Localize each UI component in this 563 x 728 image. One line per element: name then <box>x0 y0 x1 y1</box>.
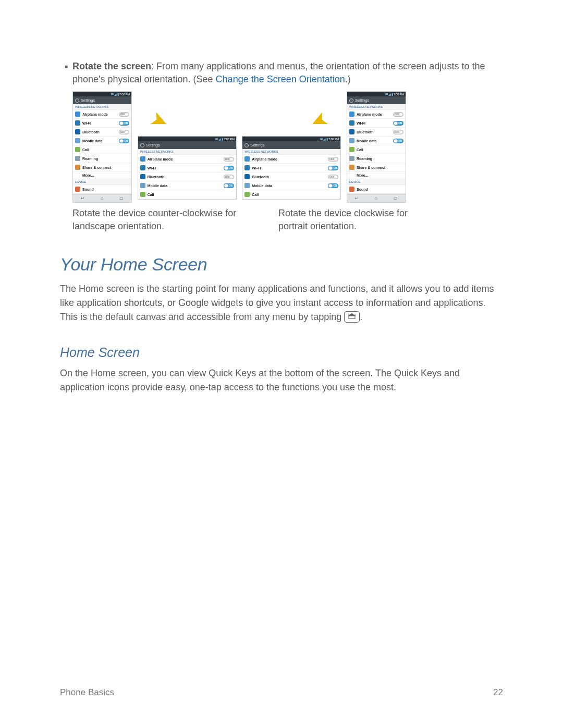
toggle-mobile[interactable] <box>119 139 129 143</box>
row-sound[interactable]: Sound <box>73 185 131 194</box>
row-label: Call <box>252 193 259 196</box>
row-wifi[interactable]: Wi-Fi <box>242 164 340 172</box>
phone-landscape-right: ⇄ ◢ ▮ 7:00 PM Settings WIRELESS NETWORKS… <box>242 136 341 200</box>
row-mobile-data[interactable]: Mobile data <box>73 137 131 145</box>
status-time: 7:00 PM <box>328 138 339 141</box>
phone-portrait-left: ⇄ ◢ ▮ 7:00 PM Settings WIRELESS NETWORKS… <box>72 91 132 203</box>
row-label: Roaming <box>82 157 98 161</box>
row-bluetooth[interactable]: Bluetooth <box>347 128 406 137</box>
section-header-wireless: WIRELESS NETWORKS <box>347 104 406 110</box>
row-airplane[interactable]: Airplane mode <box>138 155 236 164</box>
row-more[interactable]: More... <box>73 172 131 179</box>
row-label: Wi-Fi <box>148 166 156 170</box>
toggle-airplane[interactable] <box>119 112 129 117</box>
row-call[interactable]: Call <box>138 190 236 199</box>
illustration-captions: Rotate the device counter-clockwise for … <box>72 207 417 232</box>
row-share[interactable]: Share & connect <box>347 163 406 172</box>
mobile-data-icon <box>140 183 145 188</box>
row-call[interactable]: Call <box>73 145 131 154</box>
nav-bar: ↩ ⌂ ▭ <box>73 194 131 202</box>
gear-icon <box>244 143 249 147</box>
row-label: Airplane mode <box>82 113 108 116</box>
toggle-wifi[interactable] <box>393 121 403 126</box>
back-icon[interactable]: ↩ <box>355 196 359 201</box>
call-icon <box>75 147 80 152</box>
bluetooth-icon <box>244 174 250 179</box>
roaming-icon <box>349 156 354 161</box>
row-airplane[interactable]: Airplane mode <box>73 110 131 119</box>
row-call[interactable]: Call <box>347 145 406 154</box>
sound-icon <box>75 187 80 192</box>
heading-your-home-screen: Your Home Screen <box>60 254 503 275</box>
para-home-intro: The Home screen is the starting point fo… <box>60 282 503 324</box>
row-sound[interactable]: Sound <box>347 185 406 194</box>
row-label: Roaming <box>357 157 372 161</box>
footer-section: Phone Basics <box>60 687 114 698</box>
row-label: Mobile data <box>357 139 377 143</box>
row-label: Bluetooth <box>252 175 269 179</box>
row-airplane[interactable]: Airplane mode <box>347 110 406 119</box>
row-mobile-data[interactable]: Mobile data <box>347 137 406 145</box>
toggle-mobile[interactable] <box>393 139 403 143</box>
toggle-bluetooth[interactable] <box>119 130 129 134</box>
bullet-lead: Rotate the screen <box>72 61 151 71</box>
gear-icon <box>349 98 353 103</box>
row-label: Call <box>82 148 89 152</box>
call-icon <box>140 192 145 197</box>
row-label: Sound <box>357 188 368 191</box>
row-mobile-data[interactable]: Mobile data <box>242 181 340 190</box>
share-icon <box>349 165 354 170</box>
toggle-wifi[interactable] <box>328 166 338 170</box>
row-share[interactable]: Share & connect <box>73 163 131 172</box>
footer-page-number: 22 <box>493 687 503 698</box>
section-header-wireless: WIRELESS NETWORKS <box>138 149 236 155</box>
back-icon[interactable]: ↩ <box>81 196 84 201</box>
row-roaming[interactable]: Roaming <box>73 154 131 163</box>
toggle-bluetooth[interactable] <box>328 175 338 179</box>
toggle-bluetooth[interactable] <box>393 130 403 134</box>
toggle-airplane[interactable] <box>393 112 403 117</box>
home-icon[interactable]: ⌂ <box>375 196 377 201</box>
toggle-airplane[interactable] <box>328 157 338 162</box>
gear-icon <box>75 98 79 103</box>
toggle-mobile[interactable] <box>328 183 338 188</box>
bluetooth-icon <box>75 129 80 134</box>
toggle-bluetooth[interactable] <box>224 175 234 179</box>
mobile-data-icon <box>349 138 354 143</box>
row-airplane[interactable]: Airplane mode <box>242 155 340 164</box>
recent-icon[interactable]: ▭ <box>119 196 124 201</box>
wifi-icon <box>75 120 80 126</box>
home-key-icon <box>344 311 360 323</box>
row-call[interactable]: Call <box>242 190 340 199</box>
toggle-airplane[interactable] <box>224 157 234 162</box>
row-label: Wi-Fi <box>252 166 261 170</box>
row-label: Mobile data <box>252 184 272 188</box>
mobile-data-icon <box>244 183 250 188</box>
bullet-marker: ■ <box>60 60 72 86</box>
toggle-wifi[interactable] <box>119 121 129 126</box>
toggle-wifi[interactable] <box>224 166 234 170</box>
caption-left: Rotate the device counter-clockwise for … <box>72 207 278 232</box>
row-bluetooth[interactable]: Bluetooth <box>138 172 236 181</box>
row-label: Bluetooth <box>148 175 165 179</box>
wifi-icon <box>140 165 145 170</box>
row-label: Wi-Fi <box>82 121 91 125</box>
call-icon <box>349 147 354 152</box>
row-wifi[interactable]: Wi-Fi <box>73 119 131 128</box>
row-label: Airplane mode <box>357 113 382 116</box>
toggle-mobile[interactable] <box>224 183 234 188</box>
bullet-rotate-screen: ■ Rotate the screen: From many applicati… <box>60 60 503 86</box>
row-more[interactable]: More... <box>347 172 406 179</box>
heading-home-screen: Home Screen <box>60 345 503 360</box>
row-bluetooth[interactable]: Bluetooth <box>73 128 131 137</box>
row-wifi[interactable]: Wi-Fi <box>138 164 236 172</box>
row-label: Bluetooth <box>357 130 374 134</box>
sound-icon <box>349 187 354 192</box>
row-wifi[interactable]: Wi-Fi <box>347 119 406 128</box>
row-bluetooth[interactable]: Bluetooth <box>242 172 340 181</box>
recent-icon[interactable]: ▭ <box>394 196 398 201</box>
home-icon[interactable]: ⌂ <box>101 196 103 201</box>
row-roaming[interactable]: Roaming <box>347 154 406 163</box>
link-change-orientation[interactable]: Change the Screen Orientation <box>216 74 345 84</box>
row-mobile-data[interactable]: Mobile data <box>138 181 236 190</box>
